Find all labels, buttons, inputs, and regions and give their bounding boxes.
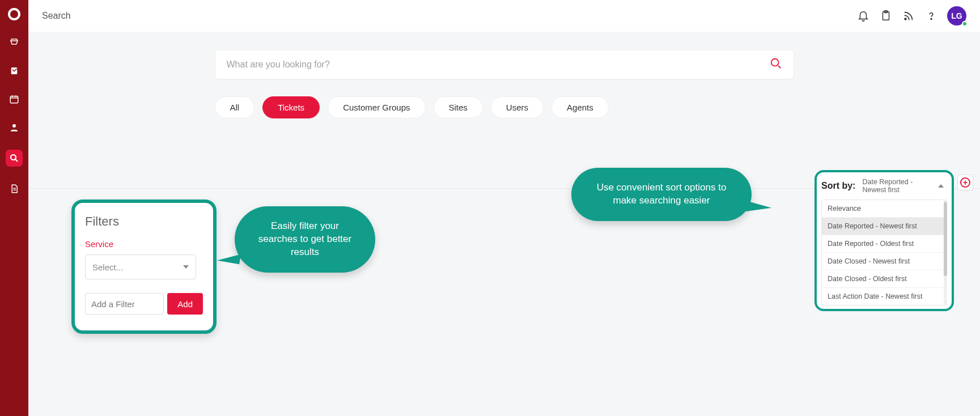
left-rail bbox=[0, 0, 28, 416]
tab-tickets[interactable]: Tickets bbox=[262, 96, 320, 118]
sort-label: Sort by: bbox=[821, 181, 855, 191]
topbar: Search LG bbox=[28, 0, 980, 32]
logo-icon[interactable] bbox=[8, 8, 20, 20]
rail-ticket-icon[interactable] bbox=[8, 36, 20, 49]
service-select[interactable]: Select... bbox=[85, 254, 196, 279]
callout-tail-icon bbox=[744, 197, 771, 211]
service-select-placeholder: Select... bbox=[92, 262, 123, 272]
search-input[interactable] bbox=[227, 60, 770, 70]
callout-filters-text: Easily filter your searches to get bette… bbox=[258, 220, 351, 257]
callout-tail-icon bbox=[217, 250, 241, 264]
rail-search-icon[interactable] bbox=[6, 150, 23, 167]
avatar-initials: LG bbox=[951, 11, 962, 20]
scrollbar[interactable] bbox=[944, 199, 947, 305]
svg-point-7 bbox=[931, 19, 932, 20]
help-icon[interactable] bbox=[920, 5, 943, 27]
tab-customer-groups[interactable]: Customer Groups bbox=[328, 96, 425, 118]
chevron-down-icon bbox=[183, 265, 189, 269]
filter-group-label: Service bbox=[85, 239, 203, 249]
tab-all[interactable]: All bbox=[215, 96, 255, 118]
filters-title: Filters bbox=[85, 214, 203, 229]
search-box[interactable] bbox=[215, 50, 794, 79]
svg-point-3 bbox=[11, 155, 16, 160]
sort-option[interactable]: Date Reported - Newest first bbox=[822, 218, 947, 235]
tab-sites[interactable]: Sites bbox=[434, 96, 483, 118]
sort-option[interactable]: Relevance bbox=[822, 200, 947, 218]
sort-select[interactable]: Date Reported - Newest first bbox=[859, 176, 947, 196]
svg-point-8 bbox=[771, 59, 778, 66]
chevron-up-icon bbox=[938, 184, 944, 188]
sort-options-list: Relevance Date Reported - Newest first D… bbox=[821, 199, 947, 305]
svg-rect-1 bbox=[10, 96, 18, 103]
tab-users[interactable]: Users bbox=[491, 96, 544, 118]
sort-option[interactable]: Last Action Date - Newest first bbox=[822, 288, 947, 305]
callout-sort: Use convenient sort options to make sear… bbox=[571, 168, 752, 221]
callout-sort-text: Use convenient sort options to make sear… bbox=[597, 182, 727, 206]
search-icon[interactable] bbox=[770, 57, 782, 72]
clipboard-icon[interactable] bbox=[875, 5, 897, 27]
add-button[interactable]: Add bbox=[167, 293, 203, 315]
rss-icon[interactable] bbox=[897, 5, 920, 27]
rail-note-icon[interactable] bbox=[8, 65, 20, 77]
rail-user-icon[interactable] bbox=[8, 121, 20, 134]
svg-point-2 bbox=[12, 124, 16, 128]
callout-filters: Easily filter your searches to get bette… bbox=[235, 206, 375, 273]
search-tabs: All Tickets Customer Groups Sites Users … bbox=[215, 96, 794, 118]
sort-panel: Sort by: Date Reported - Newest first Re… bbox=[814, 170, 954, 311]
add-filter-select[interactable]: Add a Filter bbox=[85, 293, 164, 315]
add-sort-button[interactable]: + bbox=[957, 175, 973, 190]
sort-option[interactable]: Date Reported - Oldest first bbox=[822, 235, 947, 253]
sort-option[interactable]: Date Closed - Newest first bbox=[822, 253, 947, 270]
filters-panel: Filters Service Select... Add a Filter A… bbox=[71, 199, 217, 334]
plus-icon: + bbox=[960, 177, 970, 188]
avatar[interactable]: LG bbox=[947, 6, 966, 26]
tab-agents[interactable]: Agents bbox=[551, 96, 609, 118]
svg-point-6 bbox=[905, 18, 906, 20]
rail-calendar-icon[interactable] bbox=[8, 93, 20, 105]
sort-option[interactable]: Date Closed - Oldest first bbox=[822, 270, 947, 288]
sort-selected: Date Reported - Newest first bbox=[862, 178, 935, 194]
add-filter-placeholder: Add a Filter bbox=[91, 299, 135, 309]
page-title: Search bbox=[42, 11, 71, 21]
presence-indicator bbox=[962, 21, 968, 27]
rail-document-icon[interactable] bbox=[8, 182, 20, 195]
bell-icon[interactable] bbox=[852, 5, 875, 27]
